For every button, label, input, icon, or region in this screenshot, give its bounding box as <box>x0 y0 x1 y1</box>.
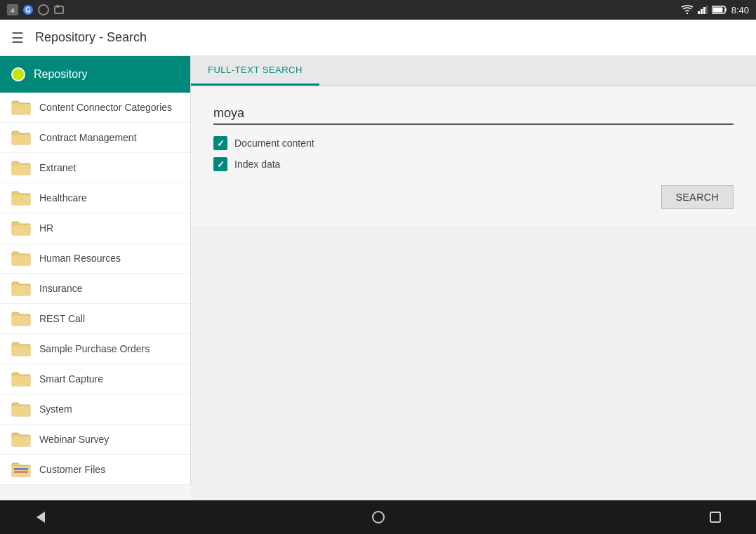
sidebar-item-contract-management[interactable]: Contract Management <box>0 123 190 153</box>
folder-icon-10 <box>11 371 31 387</box>
sidebar-item-rest-call[interactable]: REST Call <box>0 304 190 334</box>
nav-bar <box>0 500 756 534</box>
sidebar-item-label-webinar-survey: Webinar Survey <box>39 434 109 445</box>
sidebar-item-label-healthcare: Healthcare <box>39 192 87 203</box>
sidebar-item-label-rest-call: REST Call <box>39 313 85 324</box>
folder-icon-8 <box>11 311 31 326</box>
sidebar-header[interactable]: Repository <box>0 56 190 93</box>
sidebar-item-content-connector[interactable]: Content Connector Categories <box>0 93 190 123</box>
checkbox-index-data[interactable] <box>213 157 227 171</box>
wifi-icon <box>681 5 694 15</box>
app-icon-g: G <box>22 4 34 15</box>
search-button-row: SEARCH <box>213 185 734 209</box>
checkbox-label-document-content: Document content <box>234 138 314 149</box>
svg-rect-5 <box>55 6 63 13</box>
hamburger-icon[interactable]: ☰ <box>11 29 24 46</box>
sidebar-item-extranet[interactable]: Extranet <box>0 153 190 183</box>
tab-bar: FULL-TEXT SEARCH <box>191 56 756 86</box>
folder-icon-2 <box>11 130 31 145</box>
folder-icon-3 <box>11 160 31 175</box>
folder-icon-4 <box>11 190 31 206</box>
app-container: ☰ Repository - Search Repository Content… <box>0 20 756 500</box>
folder-icon <box>11 100 31 115</box>
svg-rect-13 <box>712 8 722 13</box>
status-bar-left: 4 G <box>7 4 65 15</box>
svg-rect-7 <box>698 11 700 14</box>
recent-icon <box>708 510 722 524</box>
main-content: Repository Content Connector Categories … <box>0 56 756 500</box>
sidebar-item-healthcare[interactable]: Healthcare <box>0 183 190 213</box>
status-bar-right: 8:40 <box>681 5 749 15</box>
sidebar-item-label-insurance: Insurance <box>39 283 82 294</box>
sidebar-item-label-content-connector: Content Connector Categories <box>39 102 172 113</box>
sidebar-item-customer-files[interactable]: Customer Files <box>0 455 190 485</box>
sidebar-item-hr[interactable]: HR <box>0 213 190 243</box>
svg-point-17 <box>373 512 384 523</box>
checkboxes: Document content Index data <box>213 136 734 171</box>
checkbox-row-index-data: Index data <box>213 157 734 171</box>
folder-icon-9 <box>11 341 31 356</box>
search-input-row <box>213 103 734 125</box>
sidebar-header-label: Repository <box>34 68 87 81</box>
folder-icon-7 <box>11 281 31 296</box>
back-button[interactable] <box>28 505 53 530</box>
checkbox-row-document-content: Document content <box>213 136 734 150</box>
svg-rect-12 <box>725 8 727 11</box>
app-icon-circle <box>38 4 49 15</box>
top-bar: ☰ Repository - Search <box>0 20 756 56</box>
signal-icon <box>698 6 708 14</box>
recent-button[interactable] <box>703 505 728 530</box>
sidebar-item-insurance[interactable]: Insurance <box>0 274 190 304</box>
sidebar-item-label-human-resources: Human Resources <box>39 253 121 264</box>
search-area: Document content Index data SEARCH <box>191 86 756 226</box>
page-title: Repository - Search <box>35 30 147 45</box>
svg-text:4: 4 <box>11 7 14 14</box>
svg-rect-14 <box>14 468 28 470</box>
svg-rect-8 <box>701 9 703 14</box>
sidebar-item-label-contract-management: Contract Management <box>39 132 137 143</box>
sidebar-item-label-hr: HR <box>39 222 53 234</box>
svg-point-4 <box>39 5 48 15</box>
sidebar-item-smart-capture[interactable]: Smart Capture <box>0 364 190 394</box>
home-icon <box>371 510 385 524</box>
checkbox-document-content[interactable] <box>213 136 227 150</box>
sidebar-item-label-sample-purchase-orders: Sample Purchase Orders <box>39 343 150 354</box>
tab-full-text-search[interactable]: FULL-TEXT SEARCH <box>191 56 319 86</box>
app-icon-1: 4 <box>7 4 18 15</box>
battery-icon <box>712 6 727 14</box>
folder-icon-6 <box>11 251 31 266</box>
svg-rect-6 <box>56 5 59 8</box>
sidebar-item-webinar-survey[interactable]: Webinar Survey <box>0 425 190 455</box>
svg-marker-16 <box>37 512 45 523</box>
sidebar-item-label-smart-capture: Smart Capture <box>39 373 103 385</box>
right-panel: FULL-TEXT SEARCH Document content Index … <box>191 56 756 500</box>
svg-rect-15 <box>14 471 28 473</box>
sidebar-item-label-extranet: Extranet <box>39 162 76 173</box>
sidebar-item-sample-purchase-orders[interactable]: Sample Purchase Orders <box>0 334 190 364</box>
search-input[interactable] <box>213 103 734 124</box>
folder-icon-5 <box>11 220 31 236</box>
repo-dot <box>11 67 25 81</box>
sidebar-wrapper: Repository Content Connector Categories … <box>0 56 191 500</box>
checkbox-label-index-data: Index data <box>234 159 280 170</box>
svg-rect-10 <box>706 6 708 14</box>
svg-rect-18 <box>710 512 720 522</box>
app-icon-box <box>53 4 65 15</box>
folder-icon-12 <box>11 432 31 447</box>
search-button[interactable]: SEARCH <box>661 185 734 209</box>
folder-icon-11 <box>11 401 31 417</box>
sidebar-item-label-customer-files: Customer Files <box>39 464 105 475</box>
special-folder-icon <box>11 462 31 477</box>
sidebar: Repository Content Connector Categories … <box>0 56 191 485</box>
status-time: 8:40 <box>731 5 749 15</box>
svg-rect-9 <box>703 7 705 14</box>
sidebar-item-human-resources[interactable]: Human Resources <box>0 243 190 274</box>
svg-text:G: G <box>25 6 31 14</box>
sidebar-item-label-system: System <box>39 403 72 415</box>
back-icon <box>34 510 48 524</box>
status-bar: 4 G 8:40 <box>0 0 756 20</box>
home-button[interactable] <box>366 505 391 530</box>
sidebar-item-system[interactable]: System <box>0 394 190 425</box>
